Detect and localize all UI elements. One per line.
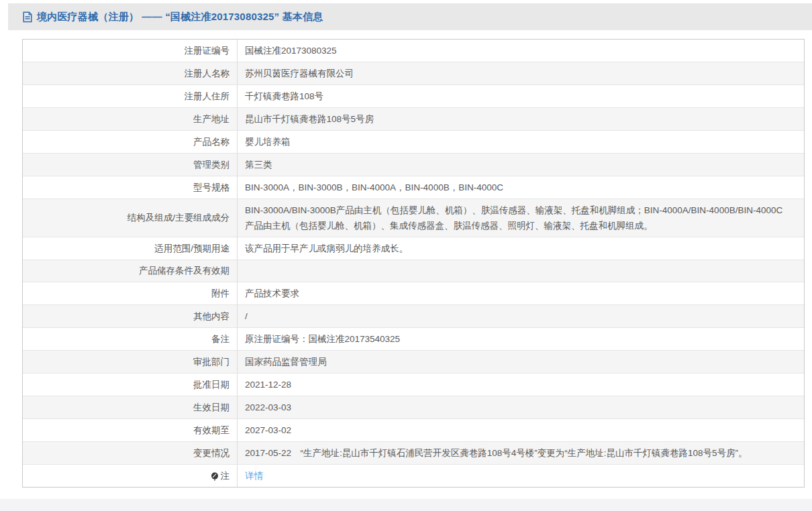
- page-header: 境内医疗器械（注册） —— “国械注准20173080325” 基本信息: [8, 3, 812, 30]
- table-row: 批准日期 2021-12-28: [23, 373, 804, 396]
- row-value: 原注册证编号：国械注准20173540325: [237, 328, 804, 350]
- row-value: 国家药品监督管理局: [237, 351, 804, 373]
- row-value: [237, 260, 804, 282]
- table-row: 注册证编号 国械注准20173080325: [23, 40, 804, 62]
- row-label-text: 管理类别: [193, 158, 230, 172]
- table-row: 附件 产品技术要求: [23, 282, 804, 304]
- row-label-text: 生产地址: [193, 112, 230, 127]
- row-label: 适用范围/预期用途: [23, 237, 237, 260]
- row-label: 有效期至: [23, 419, 237, 441]
- row-label: 其他内容: [23, 305, 237, 327]
- row-label-text: 型号规格: [193, 180, 230, 195]
- row-value: 苏州贝茵医疗器械有限公司: [237, 62, 804, 84]
- row-label-text: 生效日期: [193, 400, 230, 415]
- row-value: 第三类: [237, 154, 804, 176]
- row-label: 注册证编号: [23, 40, 237, 62]
- row-value: BIN-3000A/BIN-3000B产品由主机（包括婴儿舱、机箱）、肤温传感器…: [237, 199, 804, 237]
- row-label-text: 注: [221, 469, 230, 484]
- row-label: 审批部门: [23, 351, 237, 373]
- row-label-text: 注册人住所: [185, 89, 230, 104]
- row-label-text: 批准日期: [193, 378, 230, 392]
- row-label-text: 附件: [211, 286, 230, 301]
- table-row: 型号规格 BIN-3000A，BIN-3000B，BIN-4000A，BIN-4…: [23, 176, 804, 198]
- table-row: 产品名称 婴儿培养箱: [23, 130, 804, 153]
- row-label: 型号规格: [23, 176, 237, 198]
- row-label: 变更情况: [23, 442, 237, 464]
- row-value: 详情: [237, 465, 804, 487]
- row-value: 昆山市千灯镇龚巷路108号5号房: [237, 108, 804, 130]
- table-row: 管理类别 第三类: [23, 153, 804, 176]
- row-value: 国械注准20173080325: [237, 40, 804, 62]
- row-label-text: 其他内容: [193, 309, 230, 324]
- row-value: 该产品用于早产儿或病弱儿的培养成长。: [237, 237, 804, 260]
- row-label-text: 备注: [211, 332, 230, 347]
- table-row: 生产地址 昆山市千灯镇龚巷路108号5号房: [23, 107, 804, 130]
- row-label: 附件: [23, 282, 237, 304]
- row-value: 2017-05-22 “生产地址:昆山市千灯镇石浦民营开发区龚巷路108号4号楼…: [237, 442, 804, 464]
- document-icon: [22, 11, 33, 23]
- table-row: 其他内容 /: [23, 304, 804, 327]
- table-row: 注册人住所 千灯镇龚巷路108号: [23, 84, 804, 107]
- row-label-text: 审批部门: [193, 355, 230, 370]
- table-row: 注 详情: [23, 464, 804, 487]
- row-label: 产品储存条件及有效期: [23, 260, 237, 282]
- row-value: 2027-03-02: [237, 419, 804, 441]
- row-label: 生产地址: [23, 108, 237, 130]
- footer-strip: [0, 499, 812, 511]
- row-value: 2021-12-28: [237, 374, 804, 396]
- page: 境内医疗器械（注册） —— “国械注准20173080325” 基本信息 注册证…: [0, 0, 812, 511]
- row-label: 生效日期: [23, 396, 237, 418]
- row-label-text: 注册证编号: [185, 44, 230, 58]
- row-label-text: 变更情况: [193, 446, 230, 461]
- table-row: 有效期至 2027-03-02: [23, 418, 804, 441]
- table-row: 结构及组成/主要组成成分 BIN-3000A/BIN-3000B产品由主机（包括…: [23, 198, 804, 237]
- row-label: 结构及组成/主要组成成分: [23, 199, 237, 237]
- row-value: 千灯镇龚巷路108号: [237, 85, 804, 107]
- row-label-text: 适用范围/预期用途: [154, 241, 230, 256]
- table-row: 生效日期 2022-03-03: [23, 396, 804, 418]
- table-row: 注册人名称 苏州贝茵医疗器械有限公司: [23, 62, 804, 84]
- row-value: BIN-3000A，BIN-3000B，BIN-4000A，BIN-4000B，…: [237, 176, 804, 198]
- table-row: 产品储存条件及有效期: [23, 260, 804, 282]
- table-row: 变更情况 2017-05-22 “生产地址:昆山市千灯镇石浦民营开发区龚巷路10…: [23, 441, 804, 464]
- row-label: 批准日期: [23, 374, 237, 396]
- row-label-text: 结构及组成/主要组成成分: [128, 211, 230, 225]
- row-label: 备注: [23, 328, 237, 350]
- table-row: 审批部门 国家药品监督管理局: [23, 350, 804, 373]
- note-balloon-icon: [211, 472, 219, 481]
- row-label-text: 注册人名称: [185, 66, 230, 81]
- row-label: 注册人住所: [23, 85, 237, 107]
- table-row: 适用范围/预期用途 该产品用于早产儿或病弱儿的培养成长。: [23, 237, 804, 260]
- row-label: 管理类别: [23, 154, 237, 176]
- row-label-text: 产品储存条件及有效期: [139, 264, 230, 278]
- row-value: 产品技术要求: [237, 282, 804, 304]
- row-label-text: 有效期至: [193, 423, 230, 438]
- page-title: 境内医疗器械（注册） —— “国械注准20173080325” 基本信息: [37, 11, 323, 23]
- row-value: 婴儿培养箱: [237, 131, 804, 153]
- detail-link[interactable]: 详情: [245, 468, 263, 484]
- row-label: 注: [23, 465, 237, 487]
- row-label: 产品名称: [23, 131, 237, 153]
- info-table: 注册证编号 国械注准20173080325 注册人名称 苏州贝茵医疗器械有限公司…: [22, 39, 805, 488]
- row-value: 2022-03-03: [237, 396, 804, 418]
- row-label: 注册人名称: [23, 62, 237, 84]
- table-row: 备注 原注册证编号：国械注准20173540325: [23, 327, 804, 350]
- row-label-text: 产品名称: [193, 135, 230, 150]
- row-value: /: [237, 305, 804, 327]
